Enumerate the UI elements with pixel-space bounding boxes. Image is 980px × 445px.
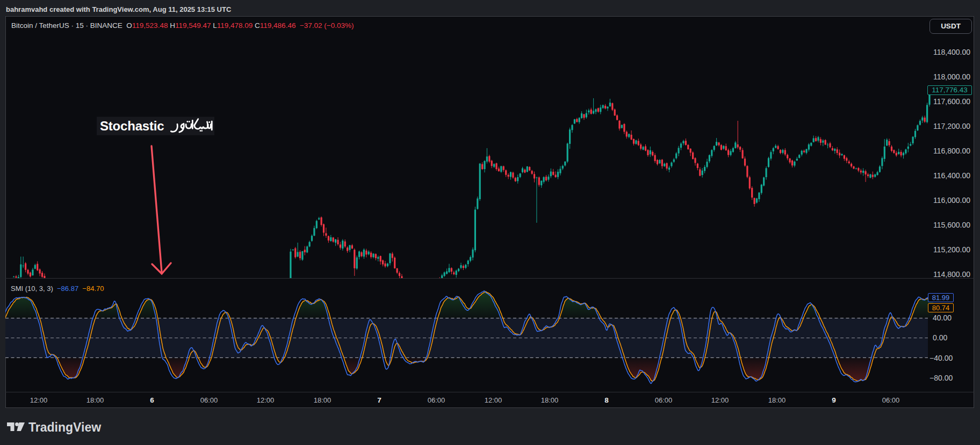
svg-text:Stochastic: Stochastic [100, 119, 164, 133]
svg-text:TradingView: TradingView [28, 422, 101, 434]
